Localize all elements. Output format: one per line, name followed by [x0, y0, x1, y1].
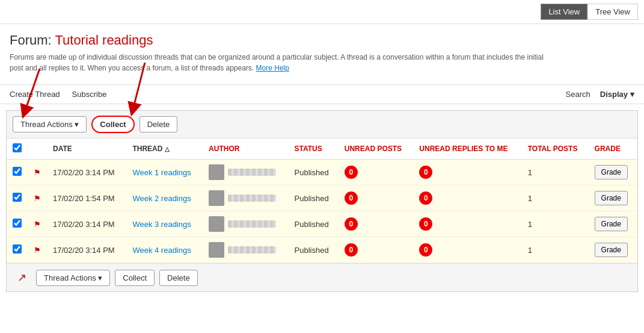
display-button[interactable]: Display ▾ [600, 90, 634, 99]
flag-icon: ⚑ [34, 246, 41, 255]
flag-icon: ⚑ [34, 194, 41, 203]
total-posts-cell: 1 [522, 160, 589, 185]
unread-replies-cell: 0 [413, 185, 521, 211]
search-link[interactable]: Search [566, 90, 590, 99]
status-header: STATUS [289, 138, 339, 160]
unread-replies-cell: 0 [413, 160, 521, 185]
status-cell: Published [289, 237, 339, 263]
thread-table: DATE THREAD △ AUTHOR STATUS UNREAD POSTS… [7, 138, 637, 263]
chevron-down-icon: ▾ [98, 273, 102, 282]
flag-cell: ⚑ [28, 211, 47, 237]
thread-link[interactable]: Week 3 readings [132, 220, 191, 229]
author-cell [203, 211, 289, 237]
collect-button[interactable]: Collect [91, 116, 134, 133]
bottom-arrow-indicator: ↗ [13, 269, 31, 287]
unread-replies-badge: 0 [419, 191, 432, 205]
thread-cell: Week 4 readings [126, 237, 203, 263]
flag-cell: ⚑ [28, 185, 47, 211]
row-checkbox[interactable] [13, 193, 22, 202]
flag-cell: ⚑ [28, 160, 47, 185]
author-cell [203, 160, 289, 185]
grade-cell: Grade [589, 185, 637, 211]
unread-posts-cell: 0 [339, 160, 414, 185]
unread-posts-cell: 0 [339, 185, 414, 211]
row-checkbox[interactable] [13, 219, 22, 228]
grade-cell: Grade [589, 237, 637, 263]
date-cell: 17/02/20 3:14 PM [47, 237, 126, 263]
bottom-delete-button[interactable]: Delete [159, 270, 198, 286]
table-container: Thread Actions ▾ Collect Delete DATE THR… [6, 110, 638, 292]
toolbar-wrapper: Thread Actions ▾ Collect Delete [7, 111, 637, 138]
forum-header: Forum: Tutorial readings Forums are made… [0, 24, 644, 79]
flag-header [28, 138, 47, 160]
unread-posts-cell: 0 [339, 237, 414, 263]
total-posts-cell: 1 [522, 211, 589, 237]
unread-posts-badge: 0 [345, 217, 358, 231]
unread-posts-badge: 0 [345, 243, 358, 257]
unread-posts-badge: 0 [345, 191, 358, 205]
grade-button[interactable]: Grade [595, 165, 628, 179]
tree-view-button[interactable]: Tree View [587, 4, 638, 20]
grade-cell: Grade [589, 211, 637, 237]
author-name [228, 169, 276, 176]
select-all-checkbox[interactable] [13, 143, 22, 152]
author-name [228, 195, 276, 202]
thread-link[interactable]: Week 4 readings [132, 246, 191, 255]
unread-replies-header: UNREAD REPLIES TO ME [413, 138, 521, 160]
flag-cell: ⚑ [28, 237, 47, 263]
action-bar-left: Create Thread Subscribe [10, 90, 106, 99]
total-posts-cell: 1 [522, 237, 589, 263]
list-view-button[interactable]: List View [541, 4, 587, 20]
author-name [228, 246, 276, 254]
date-cell: 17/02/20 3:14 PM [47, 160, 126, 185]
status-cell: Published [289, 160, 339, 185]
unread-posts-badge: 0 [345, 166, 358, 179]
unread-replies-badge: 0 [419, 243, 432, 257]
more-help-link[interactable]: More Help [256, 64, 289, 72]
bottom-thread-actions-button[interactable]: Thread Actions ▾ [36, 270, 110, 286]
total-posts-header: TOTAL POSTS [522, 138, 589, 160]
author-header: AUTHOR [203, 138, 289, 160]
status-cell: Published [289, 211, 339, 237]
avatar [209, 242, 224, 258]
thread-cell: Week 3 readings [126, 211, 203, 237]
subscribe-link[interactable]: Subscribe [72, 90, 107, 99]
grade-header: GRADE [589, 138, 637, 160]
unread-posts-header: UNREAD POSTS [339, 138, 414, 160]
status-cell: Published [289, 185, 339, 211]
thread-cell: Week 2 readings [126, 185, 203, 211]
unread-replies-badge: 0 [419, 217, 432, 231]
table-row: ⚑17/02/20 3:14 PMWeek 4 readingsPublishe… [7, 237, 637, 263]
thread-actions-button[interactable]: Thread Actions ▾ [13, 116, 87, 132]
avatar [209, 216, 224, 232]
top-bar: List View Tree View [0, 0, 644, 24]
date-cell: 17/02/20 1:54 PM [47, 185, 126, 211]
unread-replies-cell: 0 [413, 237, 521, 263]
thread-link[interactable]: Week 2 readings [132, 194, 191, 203]
row-checkbox[interactable] [13, 167, 22, 176]
grade-button[interactable]: Grade [595, 217, 628, 231]
unread-replies-cell: 0 [413, 211, 521, 237]
date-cell: 17/02/20 3:14 PM [47, 211, 126, 237]
row-checkbox[interactable] [13, 244, 22, 254]
grade-button[interactable]: Grade [595, 243, 628, 257]
grade-button[interactable]: Grade [595, 191, 628, 205]
date-header: DATE [47, 138, 126, 160]
forum-title-highlight: Tutorial readings [55, 33, 153, 48]
chevron-down-icon: ▾ [75, 120, 79, 129]
avatar [209, 190, 224, 206]
author-name [228, 220, 276, 228]
thread-link[interactable]: Week 1 readings [132, 168, 191, 177]
forum-description: Forums are made up of individual discuss… [10, 52, 551, 73]
total-posts-cell: 1 [522, 185, 589, 211]
table-row: ⚑17/02/20 1:54 PMWeek 2 readingsPublishe… [7, 185, 637, 211]
create-thread-link[interactable]: Create Thread [10, 90, 60, 99]
thread-cell: Week 1 readings [126, 160, 203, 185]
action-bar: Create Thread Subscribe Search Display ▾ [0, 84, 644, 104]
bottom-collect-button[interactable]: Collect [115, 270, 155, 286]
delete-button[interactable]: Delete [140, 116, 178, 132]
select-all-header [7, 138, 28, 160]
thread-header[interactable]: THREAD △ [126, 138, 203, 160]
sort-icon: △ [165, 146, 170, 152]
avatar [209, 164, 224, 180]
